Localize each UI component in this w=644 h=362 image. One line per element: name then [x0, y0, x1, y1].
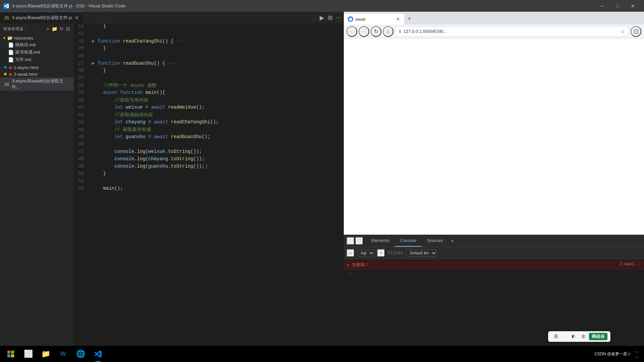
eye-button[interactable]: 👁 [377, 249, 385, 257]
start-button[interactable] [3, 346, 19, 362]
sidebar-item-label: 2-await.html [14, 72, 37, 77]
inspect-element-button[interactable]: ⬚ [346, 237, 355, 245]
devtools-left-icons: ⬚ ☐ [344, 235, 366, 247]
tab-actions: ▶ ⊞ ··· [320, 12, 344, 23]
sidebar-header-label: 资源管理器... [3, 26, 28, 32]
ime-logo: 商硅谷 [589, 333, 607, 340]
tab-close-button[interactable]: ✕ [75, 15, 79, 20]
sidebar-item-async-js[interactable]: JS 3-async和await结合读取文件... [0, 77, 74, 91]
sidebar-items: 📄 插秧诗.md 📄 观书有感.md 📄 为学.md [0, 41, 74, 63]
refresh-icon[interactable]: ↻ [60, 26, 64, 32]
js-file-icon: JS [4, 82, 9, 87]
word-button[interactable]: W [55, 346, 71, 362]
taskbar-right: CSDN @俊梦一星☆ ... ... [594, 348, 641, 360]
maximize-button[interactable]: □ [610, 0, 625, 12]
code-line: 25 } [74, 46, 344, 53]
cast-button[interactable]: ⊡ [631, 26, 641, 37]
vscode-icon [3, 3, 9, 9]
browser-tab-await[interactable]: ⬤ await ✕ [344, 14, 404, 24]
minimize-button[interactable]: ─ [594, 0, 610, 12]
title-bar: 3-async和await结合读取文件.js - ES8 - Visual St… [0, 0, 644, 12]
sidebar-item-weixue[interactable]: 📄 为学.md [5, 56, 74, 63]
code-line: 48 console.log(chayang.toString()); [74, 156, 344, 164]
active-tab[interactable]: JS 3-async和await结合读取文件.js ✕ [0, 12, 83, 23]
sidebar-item-label: 插秧诗.md [15, 42, 36, 48]
svg-rect-1 [11, 351, 14, 354]
code-editor[interactable]: 14 } 15 16 ▶ function readChaYangShi() {… [74, 23, 344, 362]
sidebar-actions: + 📁 ↻ ⊟ [47, 26, 70, 32]
more-tabs-button[interactable]: » [448, 235, 457, 247]
code-lines: 14 } 15 16 ▶ function readChaYangShi() {… [74, 23, 344, 193]
forward-button[interactable]: → [359, 26, 369, 37]
browser-toolbar: ← → ↻ ⌂ ℹ 127.0.0.1:5500/ES8/... ☆ ⊡ [344, 24, 644, 39]
task-view-button[interactable]: ⬜ [20, 346, 36, 362]
tab-file-icon: JS [4, 15, 9, 20]
expand-icon[interactable]: › [346, 271, 354, 277]
address-bar[interactable]: ℹ 127.0.0.1:5500/ES8/... ☆ [395, 26, 629, 37]
error-icon: ✕ [346, 262, 349, 268]
code-line: 42 //获取插秧诗内容 [74, 112, 344, 119]
url-text: 127.0.0.1:5500/ES8/... [404, 29, 618, 34]
new-tab-button[interactable]: + [404, 16, 415, 22]
close-button[interactable]: ✕ [625, 0, 641, 12]
title-bar-left: 3-async和await结合读取文件.js - ES8 - Visual St… [3, 3, 125, 9]
collapse-all-icon[interactable]: ⊟ [66, 26, 70, 32]
code-line: 37 [74, 75, 344, 82]
bookmark-icon[interactable]: ☆ [620, 28, 625, 35]
code-content: 14 } 15 16 ▶ function readChaYangShi() {… [74, 23, 344, 362]
html-file-icon: ◈ [9, 71, 12, 77]
file-explorer-button[interactable]: 📁 [38, 346, 54, 362]
code-line: 49 console.log(guanshu.toString());| [74, 164, 344, 171]
sidebar-item-guanshu[interactable]: 📄 观书有感.md [5, 49, 74, 56]
vscode-taskbar-button[interactable] [90, 346, 106, 362]
level-selector[interactable]: Default lev [406, 249, 437, 257]
code-line: 51 [74, 178, 344, 186]
error-message-text: 失败啦！ [352, 262, 369, 268]
browser-tab-bar: ⬤ await ✕ + [344, 12, 644, 24]
new-folder-icon[interactable]: 📁 [52, 26, 58, 32]
refresh-button[interactable]: ↻ [371, 26, 381, 37]
clear-console-button[interactable]: ⊘ [346, 249, 355, 257]
clock-date: ... [635, 354, 639, 360]
editor-area: 资源管理器... + 📁 ↻ ⊟ ▼ 📂 resources [0, 23, 344, 362]
systray-text: CSDN @俊梦一星☆ [594, 351, 631, 357]
md-file-icon: 📄 [8, 42, 14, 48]
sidebar-section-resources: ▼ 📂 resources 📄 插秧诗.md 📄 观书有感.md [0, 34, 74, 64]
window-controls: ─ □ ✕ [594, 0, 641, 12]
code-line: 43 let chayang = await readChaYangShi(); [74, 119, 344, 127]
code-line: 44 // 获取观书有感 [74, 127, 344, 134]
ime-symbol-button[interactable]: · [561, 333, 568, 340]
ime-all-button[interactable]: 全 [579, 333, 588, 340]
code-line: 41 let weixue = await readWeiXue(); [74, 105, 344, 112]
sidebar-item-chayang[interactable]: 📄 插秧诗.md [5, 41, 74, 49]
split-editor-button[interactable]: ⊞ [328, 14, 333, 21]
tab-elements[interactable]: Elements [366, 235, 395, 247]
error-source-link[interactable]: 2-awai... [614, 262, 641, 266]
browser-tab-close-button[interactable]: ✕ [396, 16, 400, 22]
more-actions-button[interactable]: ··· [336, 14, 341, 21]
sidebar-item-await-html[interactable]: ◈ 2-await.html [0, 71, 74, 77]
back-button[interactable]: ← [346, 26, 357, 37]
context-selector[interactable]: top [357, 249, 374, 257]
tab-console[interactable]: Console [395, 235, 422, 247]
ime-lang-button[interactable]: 英 [551, 333, 561, 340]
chrome-button[interactable]: 🌐 [72, 346, 89, 362]
home-button[interactable]: ⌂ [383, 26, 393, 37]
code-line: 38 //声明一个 async 函数 [74, 82, 344, 90]
tab-sources[interactable]: Sources [422, 235, 448, 247]
tab-bar: JS 3-async和await结合读取文件.js ✕ ▶ ⊞ ··· [0, 12, 344, 23]
code-line: 40 //获取为学内容 [74, 97, 344, 105]
code-line: 46 [74, 141, 344, 149]
ime-fullwidth-button[interactable]: ◐ [569, 333, 578, 340]
resources-folder[interactable]: ▼ 📂 resources [0, 35, 74, 41]
vscode-taskbar-icon [94, 350, 102, 358]
browser-panel: ⬤ await ✕ + ← → ↻ ⌂ ℹ 127.0.0.1:5500/ES8… [344, 12, 644, 362]
device-toolbar-button[interactable]: ☐ [355, 237, 363, 245]
console-error-entry: ✕ 失败啦！ 2-awai... [344, 260, 644, 269]
run-button[interactable]: ▶ [320, 14, 324, 21]
sidebar-item-async-html[interactable]: ◈ 1-async.html [0, 64, 74, 71]
new-file-icon[interactable]: + [47, 26, 50, 32]
code-line: 27 ▶ function readGuanShu() { ··· [74, 60, 344, 68]
modified-indicator [4, 66, 7, 69]
md-file-icon: 📄 [8, 57, 14, 62]
